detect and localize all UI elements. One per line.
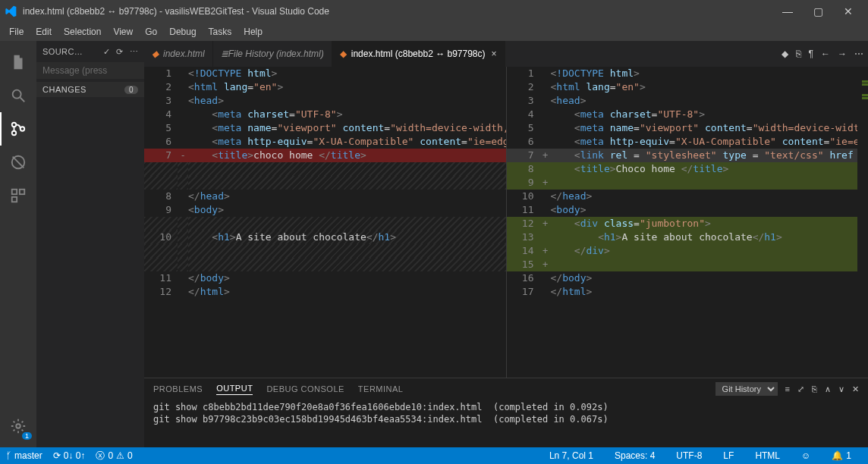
code-row[interactable]: 3<head> bbox=[144, 94, 506, 108]
code-row[interactable]: 13 <h1>A site about chocolate</h1> bbox=[507, 230, 869, 244]
diff-whitespace-icon[interactable]: ◆ bbox=[782, 49, 788, 59]
code-row[interactable]: 16</body> bbox=[507, 271, 869, 285]
code-row[interactable]: 15+ bbox=[507, 258, 869, 271]
sidebar: SOURC… ✓ ⟳ ⋯ Message (press CHANGES 0 bbox=[36, 41, 144, 447]
sidebar-section-changes[interactable]: CHANGES 0 bbox=[36, 82, 144, 97]
status-branch[interactable]: ᚶ master bbox=[6, 450, 42, 461]
minimap[interactable] bbox=[857, 67, 868, 378]
status-eol[interactable]: LF bbox=[723, 450, 734, 461]
code-row[interactable]: 7- <title>choco home </title> bbox=[144, 149, 506, 162]
code-row[interactable]: 9<body> bbox=[144, 203, 506, 217]
lock-icon[interactable]: ⤢ bbox=[797, 384, 804, 394]
code-row[interactable] bbox=[144, 244, 506, 258]
code-row[interactable]: 7+ <link rel = "stylesheet" type = "text… bbox=[507, 149, 869, 162]
more-icon[interactable]: ⋯ bbox=[130, 47, 138, 57]
code-row[interactable] bbox=[144, 217, 506, 230]
panel-tab-output[interactable]: OUTPUT bbox=[216, 384, 253, 395]
commit-icon[interactable]: ✓ bbox=[103, 47, 110, 57]
code-row[interactable] bbox=[144, 162, 506, 176]
clear-icon[interactable]: ≡ bbox=[785, 384, 790, 393]
statusbar: ᚶ master ⟳ 0↓ 0↑ ⓧ 0 ⚠ 0 Ln 7, Col 1 Spa… bbox=[0, 447, 868, 464]
close-icon[interactable]: ✕ bbox=[852, 384, 859, 394]
panel-tab-terminal[interactable]: TERMINAL bbox=[358, 384, 404, 393]
chevron-up-icon[interactable]: ∧ bbox=[825, 384, 831, 394]
vscode-icon bbox=[5, 5, 17, 17]
code-row[interactable]: 10 <h1>A site about chocolate</h1> bbox=[144, 230, 506, 244]
status-sync[interactable]: ⟳ 0↓ 0↑ bbox=[53, 450, 86, 461]
editor-tab-0[interactable]: ◆index.html bbox=[144, 41, 213, 67]
open-icon[interactable]: ⎘ bbox=[812, 384, 817, 393]
panel-tab-problems[interactable]: PROBLEMS bbox=[153, 384, 203, 393]
svg-point-0 bbox=[13, 90, 21, 99]
status-lncol[interactable]: Ln 7, Col 1 bbox=[549, 450, 593, 461]
search-icon[interactable] bbox=[0, 79, 36, 112]
debug-icon[interactable] bbox=[0, 146, 36, 179]
code-row[interactable]: 1<!DOCTYPE html> bbox=[507, 67, 869, 80]
menu-edit[interactable]: Edit bbox=[30, 25, 58, 39]
code-row[interactable]: 14+ </div> bbox=[507, 244, 869, 258]
prev-diff-icon[interactable]: ← bbox=[821, 49, 830, 59]
output-channel-select[interactable]: Git History bbox=[715, 382, 778, 396]
code-row[interactable]: 6 <meta http-equiv="X-UA-Compatible" con… bbox=[144, 135, 506, 149]
close-icon[interactable]: × bbox=[492, 49, 497, 59]
menu-tasks[interactable]: Tasks bbox=[203, 25, 238, 39]
next-diff-icon[interactable]: → bbox=[838, 49, 847, 59]
code-row[interactable]: 2<html lang="en"> bbox=[144, 80, 506, 94]
scm-icon[interactable] bbox=[0, 112, 36, 146]
code-row[interactable]: 1<!DOCTYPE html> bbox=[144, 67, 506, 80]
close-button[interactable]: ✕ bbox=[833, 5, 863, 17]
more-icon[interactable]: ⋯ bbox=[854, 49, 863, 59]
code-row[interactable]: 9+ bbox=[507, 176, 869, 190]
code-row[interactable] bbox=[144, 258, 506, 271]
toggle-whitespace-icon[interactable]: ¶ bbox=[809, 49, 813, 59]
code-row[interactable]: 2<html lang="en"> bbox=[507, 80, 869, 94]
status-feedback[interactable]: ☺ bbox=[801, 450, 810, 461]
menu-debug[interactable]: Debug bbox=[163, 25, 202, 39]
panel-output[interactable]: git show c8bebb2bd11dee790f20e8a0f36fea1… bbox=[144, 400, 868, 447]
settings-icon[interactable]: 1 bbox=[0, 409, 36, 443]
editor-tab-1[interactable]: ≣ File History (index.html) bbox=[213, 41, 332, 67]
code-row[interactable]: 11<body> bbox=[507, 203, 869, 217]
code-row[interactable]: 5 <meta name="viewport" content="width=d… bbox=[507, 121, 869, 135]
status-errors[interactable]: ⓧ 0 ⚠ 0 bbox=[96, 450, 132, 462]
editor-tab-2[interactable]: ◆index.html (c8bebb2 ↔ b97798c)× bbox=[332, 41, 505, 67]
code-row[interactable]: 4 <meta charset="UTF-8"> bbox=[144, 108, 506, 121]
status-notifications[interactable]: 🔔 1 bbox=[832, 450, 851, 461]
code-row[interactable]: 3<head> bbox=[507, 94, 869, 108]
status-encoding[interactable]: UTF-8 bbox=[676, 450, 702, 461]
open-file-icon[interactable]: ⎘ bbox=[796, 49, 801, 59]
menu-go[interactable]: Go bbox=[139, 25, 163, 39]
code-row[interactable]: 11</body> bbox=[144, 271, 506, 285]
minimize-button[interactable]: — bbox=[772, 5, 803, 17]
status-spaces[interactable]: Spaces: 4 bbox=[615, 450, 655, 461]
code-row[interactable]: 12+ <div class="jumbotron"> bbox=[507, 217, 869, 230]
refresh-icon[interactable]: ⟳ bbox=[116, 47, 123, 57]
menu-selection[interactable]: Selection bbox=[58, 25, 107, 39]
panel-tabs: PROBLEMSOUTPUTDEBUG CONSOLETERMINALGit H… bbox=[144, 378, 868, 400]
diff-pane-right[interactable]: 1<!DOCTYPE html>2<html lang="en">3<head>… bbox=[507, 67, 869, 378]
code-row[interactable]: 6 <meta http-equiv="X-UA-Compatible" con… bbox=[507, 135, 869, 149]
maximize-button[interactable]: ▢ bbox=[803, 5, 833, 17]
extensions-icon[interactable] bbox=[0, 179, 36, 212]
diff-pane-left[interactable]: 1<!DOCTYPE html>2<html lang="en">3<head>… bbox=[144, 67, 507, 378]
status-lang[interactable]: HTML bbox=[755, 450, 780, 461]
menu-view[interactable]: View bbox=[107, 25, 139, 39]
explorer-icon[interactable] bbox=[0, 45, 36, 79]
code-row[interactable]: 8 <title>Choco home </title> bbox=[507, 162, 869, 176]
sidebar-header: SOURC… ✓ ⟳ ⋯ bbox=[36, 41, 144, 62]
code-row[interactable]: 5 <meta name="viewport" content="width=d… bbox=[144, 121, 506, 135]
titlebar: index.html (c8bebb2 ↔ b97798c) - vasilis… bbox=[0, 0, 868, 23]
chevron-down-icon[interactable]: ∨ bbox=[838, 384, 844, 394]
code-row[interactable]: 10</head> bbox=[507, 190, 869, 203]
code-row[interactable] bbox=[144, 176, 506, 190]
code-row[interactable]: 4 <meta charset="UTF-8"> bbox=[507, 108, 869, 121]
code-row[interactable]: 8</head> bbox=[144, 190, 506, 203]
section-label: CHANGES bbox=[42, 85, 86, 94]
commit-message-input[interactable]: Message (press bbox=[36, 62, 144, 79]
settings-badge: 1 bbox=[22, 432, 32, 440]
code-row[interactable]: 12</html> bbox=[144, 285, 506, 299]
menu-file[interactable]: File bbox=[3, 25, 30, 39]
menu-help[interactable]: Help bbox=[237, 25, 269, 39]
panel-tab-debug-console[interactable]: DEBUG CONSOLE bbox=[266, 384, 344, 393]
code-row[interactable]: 17</html> bbox=[507, 285, 869, 299]
